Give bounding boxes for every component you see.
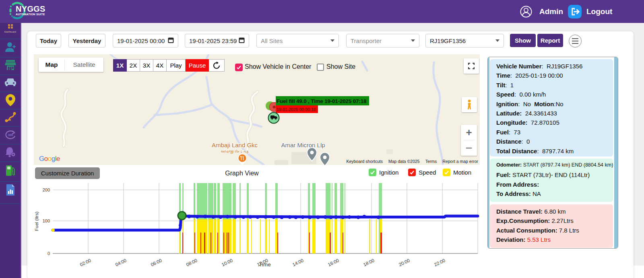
svg-text:14:00: 14:00: [292, 258, 304, 267]
svg-text:Ambaji Land Gkc: Ambaji Land Gkc: [212, 142, 258, 148]
svg-text:100: 100: [43, 218, 50, 223]
svg-text:19-01-2025 00:00:10: 19-01-2025 00:00:10: [277, 107, 316, 112]
svg-text:18:00: 18:00: [363, 258, 375, 267]
svg-text:10:00: 10:00: [221, 258, 233, 267]
svg-text:22:00: 22:00: [433, 258, 446, 267]
svg-text:16:00: 16:00: [327, 258, 340, 267]
svg-text:200: 200: [43, 187, 50, 192]
svg-text:360: 360: [8, 133, 13, 137]
svg-text:Fuel fill 49.0 , Time 19-01-20: Fuel fill 49.0 , Time 19-01-2025 07:18: [277, 98, 367, 104]
svg-text:20:00: 20:00: [398, 258, 411, 267]
svg-text:Fuel (ltrs): Fuel (ltrs): [34, 212, 39, 231]
svg-text:04:00: 04:00: [115, 258, 127, 267]
svg-text:02:00: 02:00: [79, 258, 92, 267]
svg-text:06:00: 06:00: [150, 258, 163, 267]
svg-text:અંબાજી લેન્ડ ગફ: અંબાજી લેન્ડ ગફ: [221, 149, 249, 154]
svg-text:Amar Micron Llp: Amar Micron Llp: [281, 142, 325, 148]
svg-text:08:00: 08:00: [186, 258, 198, 267]
svg-text:Google: Google: [39, 155, 60, 163]
svg-text:Time: Time: [259, 262, 271, 268]
svg-text:0: 0: [47, 251, 50, 256]
